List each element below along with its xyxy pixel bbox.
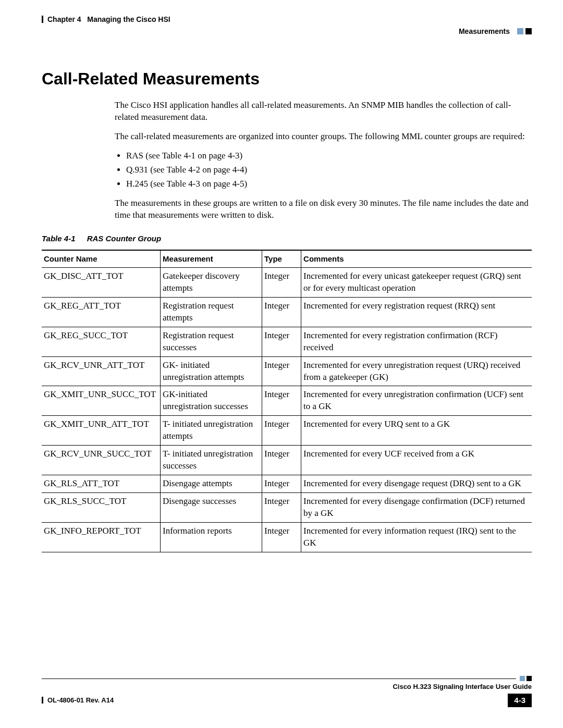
table-cell-measurement: Gatekeeper discovery attempts — [161, 267, 262, 297]
table-cell-comments: Incremented for every URQ sent to a GK — [301, 416, 532, 446]
page: Chapter 4 Managing the Cisco HSI Measure… — [0, 0, 563, 728]
counter-group-list: RAS (see Table 4-1 on page 4-3) Q.931 (s… — [115, 150, 532, 190]
table-cell-measurement: GK-initiated unregistration successes — [161, 386, 262, 416]
body-text: The Cisco HSI application handles all ca… — [115, 100, 532, 221]
table-cell-measurement: Information reports — [161, 522, 262, 552]
intro-paragraph: The Cisco HSI application handles all ca… — [115, 100, 532, 124]
table-cell-comments: Incremented for every unregistration req… — [301, 356, 532, 386]
page-number-badge: 4-3 — [508, 694, 532, 707]
footer-marker-icon — [520, 676, 525, 681]
table-caption: Table 4-1 RAS Counter Group — [42, 233, 532, 244]
table-row: GK_RCV_UNR_SUCC_TOTT- initiated unregist… — [42, 446, 532, 475]
table-cell-comments: Incremented for every information reques… — [301, 522, 532, 552]
col-header-measurement: Measurement — [161, 250, 262, 268]
intro-paragraph: The call-related measurements are organi… — [115, 131, 532, 143]
table-row: GK_REG_SUCC_TOTRegistration request succ… — [42, 327, 532, 356]
book-title: Cisco H.323 Signaling Interface User Gui… — [393, 682, 532, 692]
table-cell-comments: Incremented for every unregistration con… — [301, 386, 532, 416]
footer-rule — [42, 676, 532, 681]
list-item: RAS (see Table 4-1 on page 4-3) — [126, 150, 532, 162]
table-row: GK_RLS_SUCC_TOTDisengage successesIntege… — [42, 493, 532, 523]
table-caption-number: Table 4-1 — [42, 234, 75, 243]
footer-title-row: Cisco H.323 Signaling Interface User Gui… — [42, 682, 532, 692]
table-row: GK_RLS_ATT_TOTDisengage attemptsIntegerI… — [42, 475, 532, 493]
page-footer: Cisco H.323 Signaling Interface User Gui… — [42, 676, 532, 707]
section-name: Measurements — [459, 27, 510, 36]
table-cell-type: Integer — [262, 327, 301, 356]
table-cell-type: Integer — [262, 475, 301, 493]
chapter-label: Chapter 4 — [47, 15, 81, 24]
table-cell-measurement: GK- initiated unregistration attempts — [161, 356, 262, 386]
table-header-row: Counter Name Measurement Type Comments — [42, 250, 532, 268]
table-cell-comments: Incremented for every registration confi… — [301, 327, 532, 356]
ras-counter-table: Counter Name Measurement Type Comments G… — [42, 250, 532, 552]
section-header-row: Measurements — [42, 27, 532, 36]
table-cell-counter: GK_RLS_SUCC_TOT — [42, 493, 161, 523]
footer-meta-row: OL-4806-01 Rev. A14 4-3 — [42, 694, 532, 707]
table-row: GK_REG_ATT_TOTRegistration request attem… — [42, 297, 532, 327]
table-cell-comments: Incremented for every disengage request … — [301, 475, 532, 493]
table-cell-comments: Incremented for every disengage confirma… — [301, 493, 532, 523]
table-cell-comments: Incremented for every unicast gatekeeper… — [301, 267, 532, 297]
col-header-counter: Counter Name — [42, 250, 161, 268]
page-title: Call-Related Measurements — [42, 68, 532, 90]
table-cell-counter: GK_REG_ATT_TOT — [42, 297, 161, 327]
doc-id: OL-4806-01 Rev. A14 — [47, 696, 114, 705]
table-cell-type: Integer — [262, 522, 301, 552]
table-cell-measurement: Registration request successes — [161, 327, 262, 356]
header-marker-icon — [525, 28, 532, 34]
chapter-header-row: Chapter 4 Managing the Cisco HSI — [42, 15, 532, 24]
table-cell-comments: Incremented for every UCF received from … — [301, 446, 532, 475]
table-cell-counter: GK_XMIT_UNR_ATT_TOT — [42, 416, 161, 446]
table-cell-counter: GK_DISC_ATT_TOT — [42, 267, 161, 297]
table-cell-counter: GK_REG_SUCC_TOT — [42, 327, 161, 356]
table-row: GK_INFO_REPORT_TOTInformation reportsInt… — [42, 522, 532, 552]
header-rule-mark-icon — [42, 16, 43, 23]
table-cell-type: Integer — [262, 416, 301, 446]
table-caption-title: RAS Counter Group — [87, 234, 162, 243]
table-cell-counter: GK_RLS_ATT_TOT — [42, 475, 161, 493]
running-header: Chapter 4 Managing the Cisco HSI Measure… — [42, 15, 532, 36]
footer-rule-mark-icon — [42, 697, 43, 704]
footer-marker-icon — [527, 676, 532, 681]
chapter-title: Managing the Cisco HSI — [87, 15, 170, 24]
list-item: H.245 (see Table 4-3 on page 4-5) — [126, 178, 532, 190]
intro-paragraph: The measurements in these groups are wri… — [115, 198, 532, 221]
table-cell-measurement: Registration request attempts — [161, 297, 262, 327]
table-cell-counter: GK_RCV_UNR_SUCC_TOT — [42, 446, 161, 475]
table-cell-type: Integer — [262, 267, 301, 297]
table-row: GK_DISC_ATT_TOTGatekeeper discovery atte… — [42, 267, 532, 297]
table-row: GK_XMIT_UNR_SUCC_TOTGK-initiated unregis… — [42, 386, 532, 416]
table-cell-counter: GK_INFO_REPORT_TOT — [42, 522, 161, 552]
header-marker-icon — [517, 28, 523, 34]
table-cell-counter: GK_RCV_UNR_ATT_TOT — [42, 356, 161, 386]
col-header-comments: Comments — [301, 250, 532, 268]
table-cell-measurement: T- initiated unregistration attempts — [161, 416, 262, 446]
table-cell-counter: GK_XMIT_UNR_SUCC_TOT — [42, 386, 161, 416]
table-cell-measurement: Disengage successes — [161, 493, 262, 523]
table-cell-measurement: Disengage attempts — [161, 475, 262, 493]
col-header-type: Type — [262, 250, 301, 268]
table-cell-comments: Incremented for every registration reque… — [301, 297, 532, 327]
table-cell-type: Integer — [262, 446, 301, 475]
table-row: GK_XMIT_UNR_ATT_TOTT- initiated unregist… — [42, 416, 532, 446]
table-cell-type: Integer — [262, 297, 301, 327]
table-cell-type: Integer — [262, 356, 301, 386]
list-item: Q.931 (see Table 4-2 on page 4-4) — [126, 164, 532, 176]
table-cell-type: Integer — [262, 493, 301, 523]
table-cell-type: Integer — [262, 386, 301, 416]
table-row: GK_RCV_UNR_ATT_TOTGK- initiated unregist… — [42, 356, 532, 386]
table-cell-measurement: T- initiated unregistration successes — [161, 446, 262, 475]
